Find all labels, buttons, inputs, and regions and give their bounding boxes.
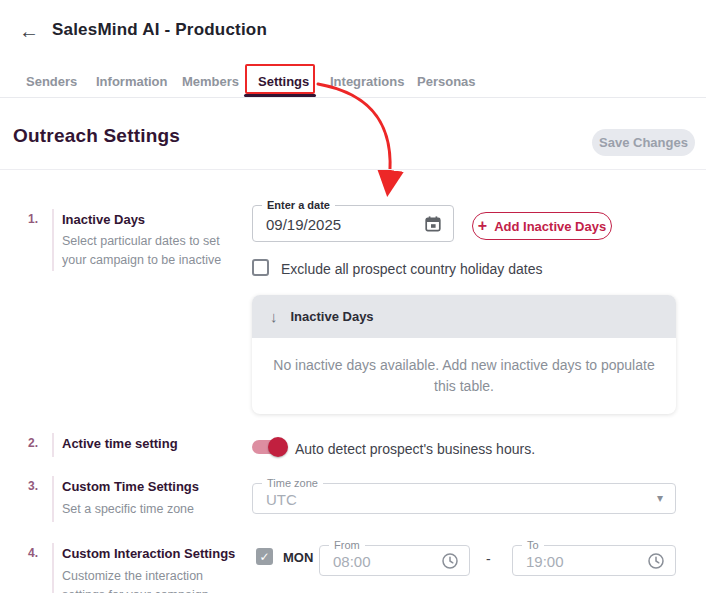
page-title: SalesMind AI - Production [52,20,267,40]
section-number: 3. [28,479,38,493]
from-time-input[interactable]: From 08:00 [319,545,470,576]
section-description: Customize the interaction settings for y… [62,567,234,593]
chevron-down-icon: ▾ [657,491,663,505]
time-range-separator: - [486,551,491,567]
exclude-holidays-checkbox[interactable] [252,259,269,276]
tab-settings[interactable]: Settings [258,74,309,89]
table-empty-state: No inactive days available. Add new inac… [252,338,676,414]
section-title-custom-interaction: Custom Interaction Settings [62,546,235,561]
toggle-knob [268,437,288,457]
to-time-input[interactable]: To 19:00 [512,545,676,576]
table-header-label: Inactive Days [291,309,374,324]
to-label: To [522,538,544,552]
table-header-row: ↓ Inactive Days [252,295,676,338]
from-label: From [329,538,365,552]
monday-checkbox[interactable]: ✓ [256,548,273,565]
add-inactive-days-button[interactable]: + Add Inactive Days [472,212,612,240]
section-description: Select particular dates to set your camp… [62,232,234,270]
tab-integrations[interactable]: Integrations [330,74,404,89]
save-changes-button[interactable]: Save Changes [592,129,695,156]
section-divider [52,543,54,593]
clock-icon[interactable] [647,552,665,570]
tab-members[interactable]: Members [182,74,239,89]
auto-detect-label: Auto detect prospect's business hours. [295,441,535,457]
tab-personas[interactable]: Personas [417,74,476,89]
section-number: 4. [28,546,38,560]
section-divider [52,209,54,271]
tab-information[interactable]: Information [96,74,168,89]
calendar-icon[interactable] [424,215,442,233]
to-value: 19:00 [526,552,564,569]
section-title-custom-time: Custom Time Settings [62,479,199,494]
plus-icon: + [478,218,487,234]
inactive-days-table: ↓ Inactive Days No inactive days availab… [252,295,676,414]
table-empty-text: No inactive days available. Add new inac… [268,355,660,397]
section-number: 2. [28,436,38,450]
tab-senders[interactable]: Senders [26,74,77,89]
section-divider [52,433,54,457]
section-heading: Outreach Settings [13,125,180,147]
section-divider [52,476,54,522]
sort-down-arrow-icon: ↓ [270,308,278,325]
section-number: 1. [28,212,38,226]
date-input[interactable]: Enter a date 09/19/2025 [252,205,454,242]
tab-divider [0,97,706,98]
clock-icon[interactable] [441,552,459,570]
section-description: Set a specific time zone [62,500,234,519]
outreach-settings-screen: ← SalesMind AI - Production Senders Info… [0,0,706,593]
annotation-arrow-icon [300,74,415,199]
exclude-holidays-label: Exclude all prospect country holiday dat… [281,261,542,277]
from-value: 08:00 [333,552,371,569]
date-input-value: 09/19/2025 [266,215,341,232]
add-inactive-days-label: Add Inactive Days [494,219,606,234]
timezone-label: Time zone [262,476,323,490]
section-title-active-time: Active time setting [62,436,178,451]
monday-label: MON [283,550,313,565]
timezone-select[interactable]: Time zone UTC ▾ [252,483,676,514]
date-input-label: Enter a date [262,198,335,212]
heading-divider [0,169,706,170]
auto-detect-toggle[interactable] [252,440,285,454]
back-arrow-icon[interactable]: ← [16,18,42,44]
section-title-inactive-days: Inactive Days [62,212,145,227]
timezone-value: UTC [266,490,297,507]
